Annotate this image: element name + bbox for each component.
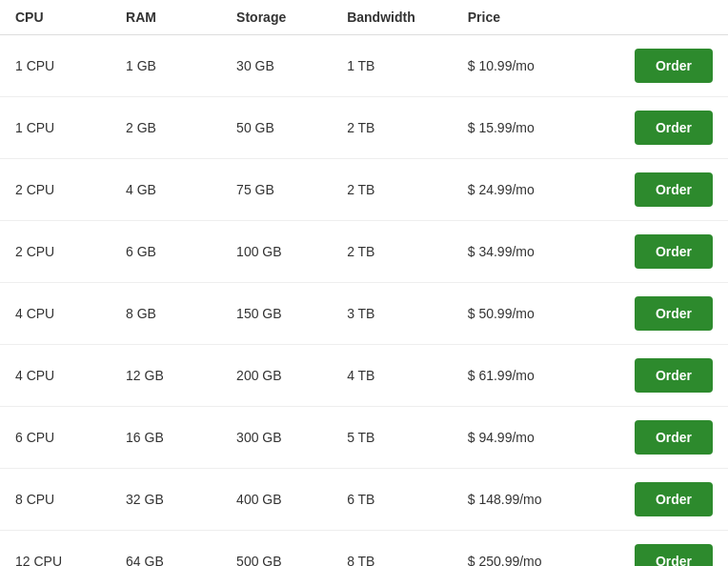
cell-ram: 2 GB: [111, 97, 221, 159]
cell-storage: 400 GB: [221, 469, 332, 531]
cell-cpu: 8 CPU: [0, 469, 111, 531]
cell-cpu: 2 CPU: [0, 221, 111, 283]
cell-storage: 500 GB: [221, 531, 332, 567]
cell-action: Order: [614, 35, 728, 97]
cell-bandwidth: 3 TB: [332, 283, 453, 345]
cell-price: $ 94.99/mo: [453, 407, 614, 469]
cell-bandwidth: 2 TB: [332, 221, 453, 283]
cell-price: $ 250.99/mo: [453, 531, 614, 567]
cell-bandwidth: 5 TB: [332, 407, 453, 469]
cell-cpu: 6 CPU: [0, 407, 111, 469]
header-storage: Storage: [221, 0, 332, 35]
cell-action: Order: [614, 283, 728, 345]
order-button-6[interactable]: Order: [635, 420, 713, 455]
header-ram: RAM: [111, 0, 221, 35]
table-row: 2 CPU6 GB100 GB2 TB$ 34.99/moOrder: [0, 221, 728, 283]
cell-action: Order: [614, 97, 728, 159]
cell-bandwidth: 1 TB: [332, 35, 453, 97]
cell-price: $ 61.99/mo: [453, 345, 614, 407]
cell-storage: 200 GB: [221, 345, 332, 407]
header-bandwidth: Bandwidth: [332, 0, 453, 35]
cell-ram: 12 GB: [111, 345, 221, 407]
cell-storage: 300 GB: [221, 407, 332, 469]
cell-cpu: 4 CPU: [0, 345, 111, 407]
table-row: 2 CPU4 GB75 GB2 TB$ 24.99/moOrder: [0, 159, 728, 221]
cell-price: $ 10.99/mo: [453, 35, 614, 97]
table-row: 8 CPU32 GB400 GB6 TB$ 148.99/moOrder: [0, 469, 728, 531]
cell-cpu: 12 CPU: [0, 531, 111, 567]
cell-ram: 32 GB: [111, 469, 221, 531]
order-button-1[interactable]: Order: [635, 111, 713, 145]
cell-bandwidth: 8 TB: [332, 531, 453, 567]
cell-action: Order: [614, 469, 728, 531]
cell-cpu: 2 CPU: [0, 159, 111, 221]
cell-ram: 8 GB: [111, 283, 221, 345]
cell-bandwidth: 2 TB: [332, 97, 453, 159]
cell-cpu: 1 CPU: [0, 97, 111, 159]
cell-bandwidth: 4 TB: [332, 345, 453, 407]
cell-action: Order: [614, 407, 728, 469]
table-row: 1 CPU1 GB30 GB1 TB$ 10.99/moOrder: [0, 35, 728, 97]
cell-storage: 75 GB: [221, 159, 332, 221]
cell-price: $ 34.99/mo: [453, 221, 614, 283]
cell-storage: 30 GB: [221, 35, 332, 97]
cell-price: $ 15.99/mo: [453, 97, 614, 159]
cell-ram: 16 GB: [111, 407, 221, 469]
cell-action: Order: [614, 531, 728, 567]
cell-storage: 150 GB: [221, 283, 332, 345]
order-button-4[interactable]: Order: [635, 296, 713, 331]
cell-storage: 100 GB: [221, 221, 332, 283]
header-action: [614, 0, 728, 35]
order-button-5[interactable]: Order: [635, 358, 713, 393]
table-row: 12 CPU64 GB500 GB8 TB$ 250.99/moOrder: [0, 531, 728, 567]
order-button-3[interactable]: Order: [635, 234, 713, 269]
table-row: 4 CPU8 GB150 GB3 TB$ 50.99/moOrder: [0, 283, 728, 345]
cell-storage: 50 GB: [221, 97, 332, 159]
table-row: 4 CPU12 GB200 GB4 TB$ 61.99/moOrder: [0, 345, 728, 407]
cell-bandwidth: 6 TB: [332, 469, 453, 531]
order-button-2[interactable]: Order: [635, 172, 713, 207]
cell-action: Order: [614, 159, 728, 221]
cell-action: Order: [614, 221, 728, 283]
table-row: 6 CPU16 GB300 GB5 TB$ 94.99/moOrder: [0, 407, 728, 469]
order-button-7[interactable]: Order: [635, 482, 713, 516]
cell-ram: 6 GB: [111, 221, 221, 283]
cell-price: $ 148.99/mo: [453, 469, 614, 531]
cell-ram: 4 GB: [111, 159, 221, 221]
order-button-8[interactable]: Order: [635, 544, 713, 566]
cell-price: $ 24.99/mo: [453, 159, 614, 221]
table-row: 1 CPU2 GB50 GB2 TB$ 15.99/moOrder: [0, 97, 728, 159]
header-price: Price: [453, 0, 614, 35]
cell-cpu: 1 CPU: [0, 35, 111, 97]
cell-ram: 1 GB: [111, 35, 221, 97]
cell-cpu: 4 CPU: [0, 283, 111, 345]
cell-ram: 64 GB: [111, 531, 221, 567]
cell-bandwidth: 2 TB: [332, 159, 453, 221]
pricing-table: CPU RAM Storage Bandwidth Price 1 CPU1 G…: [0, 0, 728, 566]
cell-price: $ 50.99/mo: [453, 283, 614, 345]
header-cpu: CPU: [0, 0, 111, 35]
cell-action: Order: [614, 345, 728, 407]
order-button-0[interactable]: Order: [635, 49, 713, 83]
